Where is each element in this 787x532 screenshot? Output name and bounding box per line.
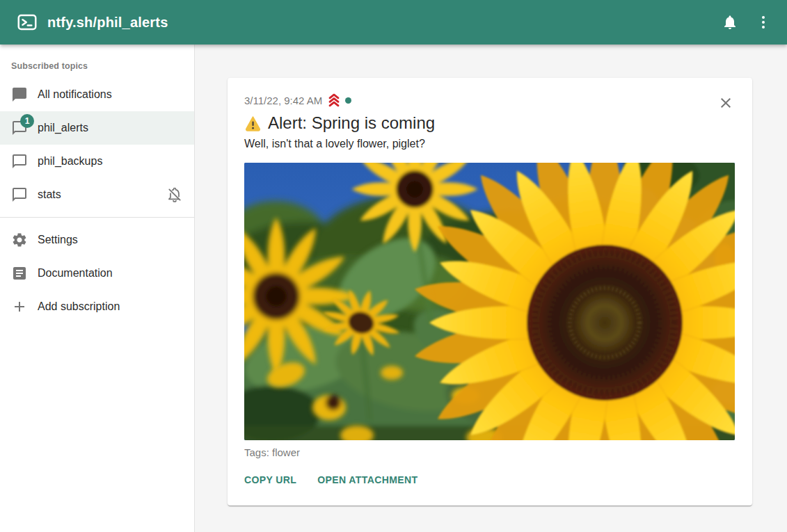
article-icon (11, 265, 28, 282)
notification-title-row: Alert: Spring is coming (244, 112, 736, 134)
max-priority-icon (326, 92, 342, 108)
main-content: 3/11/22, 9:42 AM (195, 45, 787, 532)
sidebar-item-label: Add subscription (38, 300, 183, 313)
tags-label: Tags: flower (244, 446, 736, 458)
chat-bubble-filled-icon (11, 86, 28, 103)
sidebar-item-label: stats (38, 188, 166, 201)
notification-meta: 3/11/22, 9:42 AM (244, 93, 736, 107)
sidebar: Subscribed topics All notifications 1 ph… (0, 45, 195, 532)
sidebar-item-phil-backups[interactable]: phil_backups (0, 145, 194, 178)
warning-triangle-icon (244, 115, 262, 132)
terminal-logo-icon (17, 12, 38, 33)
bell-off-icon (166, 186, 183, 203)
notification-body: Well, isn't that a lovely flower, piglet… (244, 136, 736, 152)
notification-actions: COPY URL OPEN ATTACHMENT (244, 468, 736, 492)
notifications-bell-button[interactable] (713, 6, 747, 39)
unread-count-badge: 1 (20, 114, 34, 128)
close-notification-button[interactable] (716, 93, 736, 113)
open-attachment-button[interactable]: OPEN ATTACHMENT (312, 468, 423, 492)
sidebar-item-phil-alerts[interactable]: 1 phil_alerts (0, 111, 194, 145)
gear-icon (11, 232, 28, 248)
attachment-image[interactable] (244, 163, 735, 440)
chat-bubble-outline-icon (11, 153, 28, 170)
sidebar-item-all-notifications[interactable]: All notifications (0, 78, 194, 111)
sunflower-photo (244, 163, 735, 440)
sidebar-item-documentation[interactable]: Documentation (0, 257, 194, 290)
overflow-menu-button[interactable] (747, 6, 780, 39)
app-bar: ntfy.sh/phil_alerts (0, 0, 787, 45)
sidebar-item-settings[interactable]: Settings (0, 223, 194, 257)
sidebar-item-label: phil_backups (38, 155, 183, 168)
page-title: ntfy.sh/phil_alerts (47, 15, 168, 31)
sidebar-item-label: Documentation (38, 267, 183, 280)
timestamp: 3/11/22, 9:42 AM (244, 95, 322, 106)
plus-icon (11, 298, 28, 315)
notification-card: 3/11/22, 9:42 AM (228, 78, 752, 506)
sidebar-divider (0, 217, 194, 218)
sidebar-item-label: phil_alerts (38, 122, 183, 134)
notification-title: Alert: Spring is coming (268, 112, 435, 134)
sidebar-item-label: Settings (38, 234, 183, 246)
kebab-menu-icon (755, 14, 772, 31)
subscribed-topics-label: Subscribed topics (0, 45, 194, 78)
copy-url-button[interactable]: COPY URL (244, 468, 302, 492)
sidebar-item-add-subscription[interactable]: Add subscription (0, 290, 194, 323)
chat-bubble-outline-icon: 1 (11, 120, 28, 136)
bell-icon (722, 14, 738, 31)
unread-dot (345, 97, 351, 104)
sidebar-item-stats[interactable]: stats (0, 178, 194, 211)
close-icon (717, 95, 734, 111)
chat-bubble-outline-icon (11, 186, 28, 203)
sidebar-item-label: All notifications (38, 88, 183, 101)
